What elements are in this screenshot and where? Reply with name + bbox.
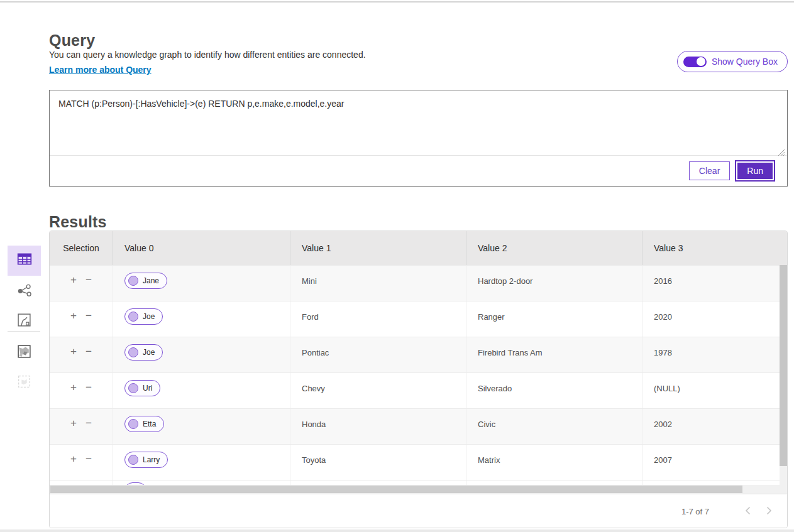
table-row: + − Etta Honda Civic 2002 [50,408,787,444]
chevron-left-icon [745,506,751,517]
map-icon [16,344,32,362]
year-cell: 2016 [642,266,787,301]
entity-label: Uri [143,384,152,393]
table-row: + − Larry Toyota Matrix 2007 [50,444,787,480]
page-title: Query [49,31,95,50]
sidebar-item-link-chart-view[interactable] [8,277,41,307]
page-description: You can query a knowledge graph to ident… [49,50,366,60]
chart-icon [16,312,32,330]
column-header-value1: Value 1 [290,231,466,265]
add-to-selection-button[interactable]: + [70,382,77,393]
table-row: + − Joe Pontiac Firebird Trans Am 1978 [50,337,787,372]
results-table: Selection Value 0 Value 1 Value 2 Value … [49,231,788,528]
column-header-selection: Selection [50,231,113,265]
column-header-value2: Value 2 [466,231,642,265]
selection-cell: + − [50,266,113,301]
selection-cell: + − [50,337,113,372]
run-button[interactable]: Run [736,161,774,180]
horizontal-scrollbar-thumb[interactable] [50,486,742,493]
query-input[interactable]: MATCH (p:Person)-[:HasVehicle]->(e) RETU… [50,90,787,156]
model-cell: Silverado [466,373,642,408]
add-to-selection-button[interactable]: + [70,310,77,321]
results-title: Results [49,213,107,231]
make-cell: Mini [290,266,466,301]
remove-from-selection-button[interactable]: − [85,418,92,428]
model-cell: Civic [466,409,642,444]
model-cell: Ranger [466,301,642,337]
table-row: + − Joe Ford Ranger 2020 [50,301,787,337]
remove-from-selection-button[interactable]: − [85,346,92,357]
sidebar-item-table-view[interactable] [8,246,41,276]
entity-label: Jane [143,276,159,285]
make-cell: Ford [290,301,466,337]
table-row: + − Jane Mini Hardtop 2-door 2016 [50,265,787,301]
year-cell [642,480,787,485]
year-cell: 2020 [642,301,787,337]
entity-label: Joe [143,348,155,357]
person-entity-chip[interactable]: Jane [124,273,167,289]
model-cell: Hardtop 2-door [466,266,642,301]
learn-more-link[interactable]: Learn more about Query [49,65,152,75]
column-header-value0: Value 0 [113,231,290,265]
entity-cell: Joe [113,301,290,337]
window-bottom-border [0,529,794,532]
selection-cell: + − [50,301,113,337]
chevron-right-icon [766,506,772,517]
model-cell: Matrix [466,445,642,480]
vertical-scrollbar[interactable] [780,265,787,485]
add-to-selection-button[interactable]: + [70,453,77,464]
map-frame-icon [16,374,32,392]
entity-dot-icon [128,383,138,393]
column-header-value3: Value 3 [642,231,787,265]
table-header-row: Selection Value 0 Value 1 Value 2 Value … [50,231,787,265]
remove-from-selection-button[interactable]: − [85,453,92,464]
person-entity-chip[interactable]: Joe [124,308,163,325]
make-cell: Honda [290,409,466,444]
person-entity-chip[interactable]: Etta [124,416,164,432]
horizontal-scrollbar[interactable] [50,485,787,494]
add-to-selection-button[interactable]: + [70,346,77,357]
next-page-button[interactable] [761,504,777,520]
entity-dot-icon [128,347,138,357]
selection-cell: + − [50,373,113,408]
vertical-scrollbar-thumb[interactable] [780,265,787,466]
toggle-label: Show Query Box [712,57,778,67]
page-range-label: 1-7 of 7 [681,507,709,516]
previous-page-button[interactable] [739,504,756,520]
year-cell: 2002 [642,409,787,444]
person-entity-chip[interactable]: Joe [124,344,163,361]
entity-cell: Joe [113,337,290,372]
remove-from-selection-button[interactable]: − [85,274,92,285]
show-query-box-toggle[interactable]: Show Query Box [677,51,788,72]
sidebar-divider [8,331,40,332]
year-cell: 1978 [642,337,787,372]
toggle-switch-icon[interactable] [683,57,707,67]
make-cell: Chevy [290,373,466,408]
sidebar-item-map-view[interactable] [8,337,41,367]
remove-from-selection-button[interactable]: − [85,310,92,321]
add-to-selection-button[interactable]: + [70,274,77,285]
clear-button[interactable]: Clear [689,161,730,180]
person-entity-chip[interactable]: Larry [124,452,168,468]
make-cell: Pontiac [290,337,466,372]
selection-cell: + − [50,409,113,444]
entity-label: Joe [143,312,155,321]
make-cell [290,480,466,485]
entity-cell: Larry [113,445,290,480]
entity-label: Larry [143,455,160,464]
selection-cell [50,480,113,485]
add-to-selection-button[interactable]: + [70,418,77,428]
query-toolbar: Clear Run [50,156,787,186]
resize-handle-icon[interactable] [777,148,785,156]
remove-from-selection-button[interactable]: − [85,382,92,393]
entity-dot-icon [128,419,138,429]
entity-dot-icon [128,312,138,322]
table-row: + − Uri Chevy Silverado (NULL) [50,372,787,408]
window-top-border [0,1,794,3]
pagination-bar: 1-7 of 7 [50,494,787,528]
table-row-partial [50,480,787,485]
year-cell: 2007 [642,445,787,480]
entity-cell: Etta [113,409,290,444]
toggle-knob [697,57,705,66]
person-entity-chip[interactable]: Uri [124,380,160,396]
